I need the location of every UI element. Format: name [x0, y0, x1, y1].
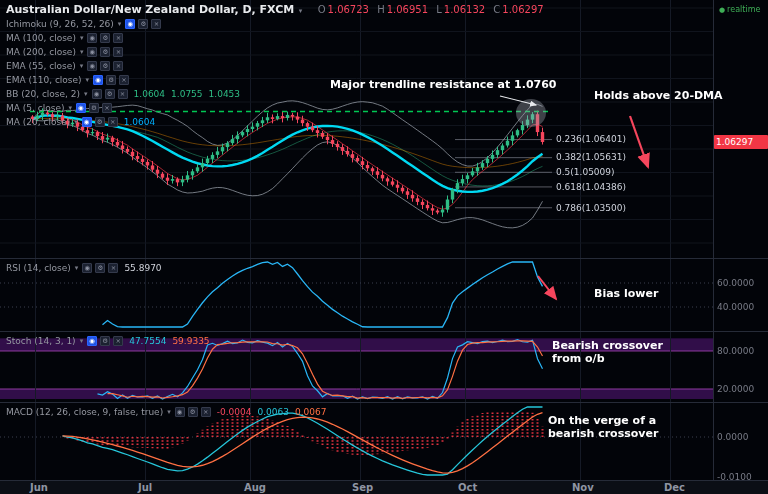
- close-icon[interactable]: ×: [113, 33, 123, 43]
- rsi-axis-tick: 60.0000: [717, 278, 754, 288]
- price-axis[interactable]: 1.12000 1.11000 1.10000 1.09000 1.08000 …: [713, 0, 768, 480]
- ma20-value: 1.0604: [124, 117, 156, 127]
- chevron-down-icon[interactable]: ▾: [74, 118, 78, 126]
- gear-icon[interactable]: ⚙: [105, 89, 115, 99]
- macd-line-value: 0.0063: [257, 407, 289, 417]
- pane-separator[interactable]: [0, 331, 768, 332]
- indicator-label: Ichimoku (9, 26, 52, 26): [6, 19, 114, 29]
- realtime-label: realtime: [727, 5, 760, 14]
- chevron-down-icon[interactable]: ▾: [80, 34, 84, 42]
- legend-row-ma5[interactable]: MA (5, close) ▾ ◉ ⚙ ×: [6, 102, 112, 113]
- legend-row-ichimoku[interactable]: Ichimoku (9, 26, 52, 26) ▾ ◉ ⚙ ×: [6, 18, 161, 29]
- time-axis[interactable]: Jun Jul Aug Sep Oct Nov Dec: [0, 480, 768, 494]
- chevron-down-icon[interactable]: ▾: [68, 104, 72, 112]
- month-tick: Oct: [458, 482, 477, 493]
- eye-icon[interactable]: ◉: [92, 89, 102, 99]
- gear-icon[interactable]: ⚙: [95, 263, 105, 273]
- close-label: C: [493, 4, 500, 15]
- close-icon[interactable]: ×: [113, 61, 123, 71]
- annotation-macd-line2: bearish crossover: [548, 427, 658, 440]
- close-icon[interactable]: ×: [108, 263, 118, 273]
- indicator-label: Stoch (14, 3, 1): [6, 336, 76, 346]
- close-icon[interactable]: ×: [102, 103, 112, 113]
- legend-row-bb[interactable]: BB (20, close, 2) ▾ ◉ ⚙ × 1.0604 1.0755 …: [6, 88, 240, 99]
- close-icon[interactable]: ×: [201, 407, 211, 417]
- macd-hist-value: -0.0004: [217, 407, 252, 417]
- fib-level-label: 0.786(1.03500): [556, 203, 626, 213]
- legend-row-ema110[interactable]: EMA (110, close) ▾ ◉ ⚙ ×: [6, 74, 129, 85]
- close-icon[interactable]: ×: [108, 117, 118, 127]
- legend-row-ma20[interactable]: MA (20, close) ▾ ◉ ⚙ × 1.0604: [6, 116, 155, 127]
- low-value: 1.06132: [444, 4, 485, 15]
- legend-row-ma200[interactable]: MA (200, close) ▾ ◉ ⚙ ×: [6, 46, 123, 57]
- gear-icon[interactable]: ⚙: [100, 47, 110, 57]
- chevron-down-icon[interactable]: ▾: [84, 90, 88, 98]
- indicator-label: MACD (12, 26, close, 9, false, true): [6, 407, 163, 417]
- gear-icon[interactable]: ⚙: [100, 33, 110, 43]
- indicator-label: BB (20, close, 2): [6, 89, 80, 99]
- annotation-macd-line1: On the verge of a: [548, 414, 658, 427]
- ohlc-readout: O1.06723 H1.06951 L1.06132 C1.06297: [313, 4, 544, 15]
- chevron-down-icon[interactable]: ▾: [80, 62, 84, 70]
- legend-row-macd[interactable]: MACD (12, 26, close, 9, false, true) ▾ ◉…: [6, 406, 326, 417]
- annotation-macd: On the verge of a bearish crossover: [548, 414, 658, 440]
- eye-icon[interactable]: ◉: [76, 103, 86, 113]
- annotation-stoch: Bearish crossover from o/b: [552, 339, 663, 365]
- stoch-axis-tick: 80.0000: [717, 346, 754, 356]
- indicator-label: MA (20, close): [6, 117, 70, 127]
- eye-icon[interactable]: ◉: [82, 117, 92, 127]
- chevron-down-icon[interactable]: ▾: [167, 408, 171, 416]
- annotation-rsi: Bias lower: [594, 287, 658, 300]
- month-tick: Sep: [352, 482, 373, 493]
- pane-separator[interactable]: [0, 402, 768, 403]
- annotation-stoch-line2: from o/b: [552, 352, 663, 365]
- bb-upper-value: 1.0755: [171, 89, 203, 99]
- gear-icon[interactable]: ⚙: [95, 117, 105, 127]
- chevron-down-icon[interactable]: ▾: [75, 264, 79, 272]
- bb-lower-value: 1.0453: [209, 89, 241, 99]
- low-label: L: [436, 4, 442, 15]
- indicator-label: RSI (14, close): [6, 263, 71, 273]
- stoch-d-value: 59.9335: [172, 336, 209, 346]
- chevron-down-icon[interactable]: ▾: [80, 337, 84, 345]
- realtime-badge: ●realtime: [719, 5, 760, 14]
- open-label: O: [318, 4, 326, 15]
- close-icon[interactable]: ×: [113, 47, 123, 57]
- indicator-label: MA (100, close): [6, 33, 76, 43]
- close-icon[interactable]: ×: [118, 89, 128, 99]
- eye-icon[interactable]: ◉: [175, 407, 185, 417]
- chevron-down-icon[interactable]: ▾: [80, 48, 84, 56]
- pane-separator[interactable]: [0, 258, 768, 259]
- gear-icon[interactable]: ⚙: [100, 336, 110, 346]
- eye-icon[interactable]: ◉: [82, 263, 92, 273]
- fib-level-label: 0.5(1.05009): [556, 167, 615, 177]
- fib-level-label: 0.618(1.04386): [556, 182, 626, 192]
- eye-icon[interactable]: ◉: [125, 19, 135, 29]
- gear-icon[interactable]: ⚙: [100, 61, 110, 71]
- gear-icon[interactable]: ⚙: [106, 75, 116, 85]
- gear-icon[interactable]: ⚙: [89, 103, 99, 113]
- eye-icon[interactable]: ◉: [87, 47, 97, 57]
- close-icon[interactable]: ×: [113, 336, 123, 346]
- gear-icon[interactable]: ⚙: [138, 19, 148, 29]
- symbol-title[interactable]: Australian Dollar/New Zealand Dollar, D,…: [6, 3, 294, 16]
- legend-row-stoch[interactable]: Stoch (14, 3, 1) ▾ ◉ ⚙ × 47.7554 59.9335: [6, 335, 210, 346]
- eye-icon[interactable]: ◉: [87, 33, 97, 43]
- annotation-dma: Holds above 20-DMA: [594, 89, 723, 102]
- stoch-k-value: 47.7554: [129, 336, 166, 346]
- legend-row-ma100[interactable]: MA (100, close) ▾ ◉ ⚙ ×: [6, 32, 123, 43]
- legend-row-ema55[interactable]: EMA (55, close) ▾ ◉ ⚙ ×: [6, 60, 123, 71]
- gear-icon[interactable]: ⚙: [188, 407, 198, 417]
- chevron-down-icon[interactable]: ▾: [86, 76, 90, 84]
- month-tick: Nov: [572, 482, 594, 493]
- eye-icon[interactable]: ◉: [87, 61, 97, 71]
- eye-icon[interactable]: ◉: [93, 75, 103, 85]
- last-price-badge: 1.06297: [714, 135, 768, 149]
- eye-icon[interactable]: ◉: [87, 336, 97, 346]
- chevron-down-icon[interactable]: ▾: [299, 7, 303, 15]
- indicator-label: MA (200, close): [6, 47, 76, 57]
- close-icon[interactable]: ×: [119, 75, 129, 85]
- close-icon[interactable]: ×: [151, 19, 161, 29]
- chevron-down-icon[interactable]: ▾: [118, 20, 122, 28]
- legend-row-rsi[interactable]: RSI (14, close) ▾ ◉ ⚙ × 55.8970: [6, 262, 162, 273]
